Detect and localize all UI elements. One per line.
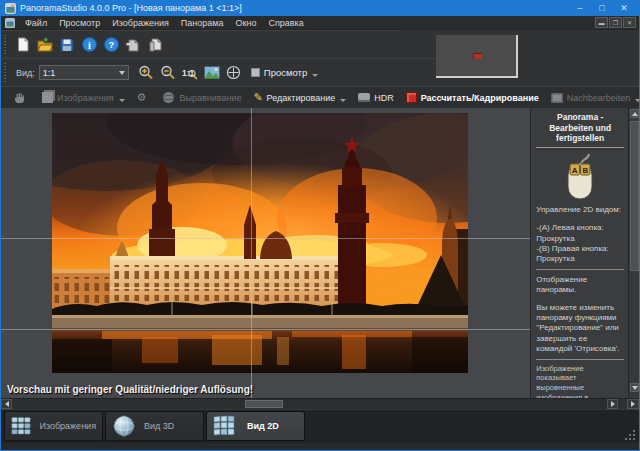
bottom-filler (1, 443, 639, 450)
export-button[interactable] (122, 34, 144, 56)
mouse-button-b-label: B (583, 165, 589, 174)
open-folder-icon (37, 38, 53, 52)
zoom-in-button[interactable] (135, 62, 157, 84)
tab-render-crop[interactable]: Рассчитать/Кадрирование (400, 87, 545, 108)
horizontal-scrollbar[interactable] (1, 398, 639, 409)
help-icon: ? (104, 37, 119, 52)
pencil-edit-icon: ✎ (253, 92, 262, 103)
target-icon (226, 65, 241, 80)
resize-grip-icon[interactable] (624, 429, 636, 441)
toolbar-grip[interactable] (3, 63, 8, 83)
image-tiles-icon (11, 415, 31, 437)
toolbar-zone: i ? (1, 30, 639, 86)
info-icon: i (82, 37, 97, 52)
svg-text:?: ? (108, 39, 114, 50)
minimize-icon[interactable]: – (569, 1, 591, 15)
menu-item-file[interactable]: Файл (19, 18, 53, 28)
display-note: Отображение панорамы. (536, 275, 624, 296)
tab-3d-view-label: Вид 3D (144, 421, 174, 431)
menu-item-images[interactable]: Изображения (106, 18, 175, 28)
tab-2d-view[interactable]: Вид 2D (206, 411, 305, 441)
help-button[interactable]: ? (100, 34, 122, 56)
tab-postprocess[interactable]: Nachbearbeiten (545, 87, 640, 108)
settings-button[interactable]: ⚙ (131, 87, 157, 108)
tab-3d-view[interactable]: Вид 3D (105, 411, 204, 441)
view-label: Вид: (16, 68, 35, 78)
maximize-icon[interactable]: □ (591, 1, 613, 15)
hand-icon (13, 91, 26, 104)
save-project-button[interactable] (56, 34, 78, 56)
controls-heading: Управление 2D видом: (536, 205, 624, 215)
zoom-one-to-one-button[interactable]: 1:1 (179, 62, 201, 84)
grid-line-horizontal (1, 238, 530, 239)
new-project-button[interactable] (12, 34, 34, 56)
fit-image-button[interactable] (201, 62, 223, 84)
sphere-3d-icon (112, 414, 136, 438)
control-b-label: -(B) Правая кнопка: (536, 244, 624, 254)
tab-hdr[interactable]: HDR (352, 87, 400, 108)
tab-editing[interactable]: ✎ Редактирование (247, 87, 352, 108)
tab-images-label: Изображения (57, 93, 114, 103)
chevron-down-icon (119, 99, 125, 102)
sidebar-vertical-scrollbar[interactable] (628, 108, 639, 398)
panorama-2d-viewport[interactable]: Vorschau mit geringer Qualität/niedriger… (1, 108, 530, 398)
mdi-restore-icon[interactable]: ❐ (609, 17, 622, 28)
toolbar-grip[interactable] (3, 35, 8, 55)
horizontal-scroll-track[interactable] (12, 399, 607, 409)
chevron-down-icon (635, 99, 640, 102)
scroll-left-icon[interactable] (1, 399, 12, 409)
document-system-icon[interactable] (5, 18, 15, 28)
close-icon[interactable]: ✕ (613, 1, 635, 15)
vertical-scroll-thumb[interactable] (630, 121, 639, 271)
tab-alignment-label: Выравнивание (179, 93, 241, 103)
tab-images-view[interactable]: Изображения (4, 411, 103, 441)
menu-bar: Файл Просмотр Изображения Панорама Окно … (1, 16, 639, 30)
divider (536, 359, 624, 361)
menu-item-panorama[interactable]: Панорама (175, 18, 230, 28)
open-project-button[interactable] (34, 34, 56, 56)
pan-tool-button[interactable] (7, 87, 36, 108)
scroll-up-icon[interactable] (630, 109, 639, 118)
menu-item-help[interactable]: Справка (262, 18, 309, 28)
horizontal-scroll-thumb[interactable] (245, 400, 283, 408)
postprocess-icon (551, 93, 563, 103)
one-to-one-icon: 1:1 (181, 65, 198, 80)
panorama-image[interactable] (52, 113, 468, 373)
svg-text:i: i (88, 40, 91, 51)
navigator-panel[interactable] (436, 35, 518, 78)
tab-alignment[interactable]: Выравнивание (156, 87, 247, 108)
grid-2d-icon (213, 415, 239, 437)
hdr-display-icon (358, 93, 370, 102)
mouse-button-a-label: A (572, 165, 578, 174)
tab-images-view-label: Изображения (39, 421, 96, 431)
navigator-panorama-thumbnail (473, 53, 482, 59)
menu-item-view[interactable]: Просмотр (53, 18, 106, 28)
preview-toggle[interactable]: Просмотр (251, 67, 318, 78)
view-tab-bar: Изображения Вид 3D Вид 2D (1, 409, 639, 443)
save-floppy-icon (60, 38, 74, 52)
quality-note: Изображение показывает выровненные изобр… (536, 364, 624, 398)
menu-item-window[interactable]: Окно (229, 18, 262, 28)
zoom-out-button[interactable] (157, 62, 179, 84)
mouse-icon: A B (561, 153, 599, 201)
control-a-action: Прокрутка (536, 234, 624, 244)
window-title: PanoramaStudio 4.0.0 Pro - [Новая панора… (20, 3, 569, 13)
tab-images[interactable]: Изображения (36, 87, 131, 108)
sidebar-scroll-right-icon[interactable] (627, 399, 639, 409)
scroll-right-icon[interactable] (607, 399, 618, 409)
tab-postprocess-label: Nachbearbeiten (567, 93, 631, 103)
scroll-down-icon[interactable] (630, 383, 639, 392)
print-button[interactable] (144, 34, 166, 56)
info-button[interactable]: i (78, 34, 100, 56)
main-toolbar: i ? (1, 30, 401, 58)
preview-quality-status: Vorschau mit geringer Qualität/niedriger… (7, 384, 253, 395)
edit-note: Вы можете изменить панораму функциями "Р… (536, 303, 624, 355)
center-view-button[interactable] (223, 62, 245, 84)
chevron-down-icon (119, 71, 125, 75)
mdi-minimize-icon[interactable]: ▬ (595, 17, 608, 28)
zoom-level-value: 1:1 (43, 68, 119, 78)
mdi-close-icon[interactable]: ✕ (623, 17, 636, 28)
image-icon (204, 66, 220, 79)
zoom-level-select[interactable]: 1:1 (39, 65, 129, 80)
grid-line-horizontal (1, 329, 530, 330)
